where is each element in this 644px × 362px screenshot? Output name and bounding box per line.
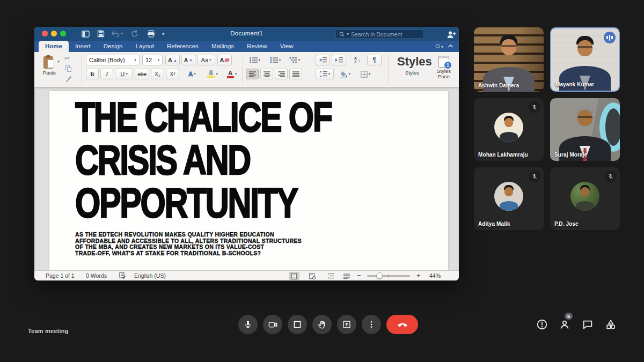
- outline-view-button[interactable]: [326, 272, 336, 280]
- align-right-button[interactable]: [275, 69, 288, 79]
- zoom-slider[interactable]: [367, 275, 410, 277]
- document-page[interactable]: THE CHALICE OF CRISIS AND OPPORTUNITY AS…: [49, 91, 448, 270]
- glasses: [577, 116, 592, 118]
- tab-review[interactable]: Review: [240, 41, 274, 52]
- align-center-button[interactable]: [260, 69, 273, 79]
- zoom-slider-thumb[interactable]: [376, 272, 383, 279]
- copy-button[interactable]: [65, 65, 71, 72]
- language-status[interactable]: English (US): [134, 272, 166, 279]
- web-layout-view-button[interactable]: [307, 272, 318, 280]
- participant-face: [501, 39, 516, 55]
- subscript-button[interactable]: X₂: [151, 69, 164, 79]
- cut-button[interactable]: ✂: [64, 55, 70, 62]
- spellcheck-status-button[interactable]: [119, 272, 126, 280]
- strikethrough-button[interactable]: abe: [135, 69, 149, 79]
- shading-button[interactable]: ▾: [336, 69, 354, 79]
- tab-view[interactable]: View: [274, 41, 300, 52]
- save-button[interactable]: [97, 29, 105, 39]
- participant-tile-mayank-kumar[interactable]: Mayank Kumar: [550, 27, 620, 92]
- print-button[interactable]: [147, 29, 155, 39]
- redo-button[interactable]: [131, 29, 138, 39]
- font-name-select[interactable]: Calibri (Body)▾: [86, 55, 140, 65]
- draft-view-button[interactable]: [341, 272, 352, 280]
- draft-view-icon: [343, 274, 350, 279]
- tab-mailings[interactable]: Mailings: [205, 41, 240, 52]
- chat-button[interactable]: [582, 319, 594, 330]
- styles-pane-icon: 1: [438, 56, 449, 68]
- search-input[interactable]: ▾ Search in Document: [335, 29, 424, 39]
- styles-button[interactable]: Styles Styles: [397, 54, 427, 85]
- save-icon: [97, 30, 105, 38]
- tab-design[interactable]: Design: [97, 41, 129, 52]
- font-size-select[interactable]: 12▾: [142, 55, 163, 65]
- avatar: [494, 113, 523, 142]
- collapse-ribbon-button[interactable]: [448, 44, 453, 48]
- present-screen-button[interactable]: [337, 315, 356, 334]
- clear-formatting-button[interactable]: A: [217, 55, 232, 65]
- line-spacing-icon: [319, 71, 327, 77]
- participant-tile-mohan-lakhamraju[interactable]: Mohan Lakhamraju: [474, 98, 544, 161]
- page-count-status[interactable]: Page 1 of 1: [46, 272, 75, 279]
- raise-hand-button[interactable]: [312, 315, 332, 334]
- underline-button[interactable]: U▾: [115, 69, 133, 79]
- line-spacing-button[interactable]: ▾: [316, 69, 334, 79]
- feedback-smiley-button[interactable]: ☺▾: [434, 42, 443, 50]
- align-left-button[interactable]: [246, 69, 259, 79]
- window-titlebar: Document1 ▾ ▾ ▾ Search in Document: [34, 27, 459, 41]
- word-count-status[interactable]: 0 Words: [86, 272, 107, 279]
- superscript-button[interactable]: X²: [166, 69, 179, 79]
- more-options-button[interactable]: [362, 315, 381, 334]
- increase-indent-button[interactable]: [332, 55, 346, 65]
- sidebar-toggle-button[interactable]: [82, 29, 90, 39]
- grow-font-button[interactable]: A▲: [165, 55, 180, 65]
- participant-tile-suraj-moraje[interactable]: Suraj Moraje: [550, 98, 620, 161]
- heading-line-3: OPPORTUNITY: [75, 181, 332, 224]
- activities-button[interactable]: [605, 319, 617, 330]
- justify-button[interactable]: [289, 69, 302, 79]
- customize-toolbar-button[interactable]: ▾: [162, 29, 165, 39]
- paste-button[interactable]: ▾ Paste: [39, 54, 60, 85]
- sort-button[interactable]: AZ ↓: [350, 55, 365, 65]
- add-person-icon: [447, 31, 456, 39]
- participant-name: Mayank Kumar: [555, 82, 594, 87]
- text-effects-button[interactable]: A▾: [182, 69, 202, 79]
- tab-layout[interactable]: Layout: [129, 41, 161, 52]
- print-layout-view-button[interactable]: [289, 272, 299, 280]
- mic-button[interactable]: [238, 315, 258, 334]
- undo-button[interactable]: ▾: [111, 29, 123, 39]
- participant-tile-aditya-malik[interactable]: Aditya Malik: [474, 167, 544, 230]
- shrink-font-button[interactable]: A▼: [181, 55, 195, 65]
- zoom-in-button[interactable]: +: [416, 271, 421, 279]
- zoom-percent[interactable]: 44%: [429, 272, 441, 279]
- participant-tile-pd-jose[interactable]: P.D. Jose: [550, 167, 620, 230]
- mic-icon: [243, 320, 253, 329]
- tab-references[interactable]: References: [160, 41, 205, 52]
- show-paragraph-marks-button[interactable]: ¶: [367, 55, 382, 65]
- meeting-details-button[interactable]: [536, 319, 548, 330]
- bullets-button[interactable]: ▾: [246, 55, 264, 65]
- bold-button[interactable]: B: [86, 69, 99, 79]
- highlight-color-button[interactable]: ▾: [203, 69, 222, 79]
- zoom-out-button[interactable]: −: [357, 271, 361, 279]
- borders-button[interactable]: ▾: [356, 69, 375, 79]
- participants-button[interactable]: [559, 319, 570, 330]
- multilevel-list-button[interactable]: ▾: [287, 55, 303, 65]
- paint-bucket-icon: [340, 71, 348, 78]
- numbering-button[interactable]: ▾: [266, 55, 284, 65]
- text-effects-icon: A: [188, 71, 193, 77]
- camera-button[interactable]: [263, 315, 282, 334]
- participant-tile-ashwin-damera[interactable]: Ashwin Damera: [474, 27, 544, 92]
- share-document-button[interactable]: [447, 29, 456, 39]
- copy-icon: [65, 65, 71, 72]
- styles-pane-button[interactable]: 1 StylesPane: [430, 54, 457, 85]
- tab-home[interactable]: Home: [39, 41, 69, 52]
- layout-button[interactable]: [288, 315, 307, 334]
- decrease-indent-button[interactable]: [316, 55, 330, 65]
- italic-button[interactable]: I: [100, 69, 113, 79]
- hang-up-button[interactable]: [386, 315, 418, 334]
- tab-insert[interactable]: Insert: [69, 41, 97, 52]
- format-painter-button[interactable]: [65, 75, 72, 84]
- font-color-button[interactable]: A ▾: [223, 69, 240, 79]
- change-case-button[interactable]: Aa▾: [197, 55, 215, 65]
- document-body-text: AS THE EDTECH REVOLUTION MAKES QUALITY H…: [75, 232, 302, 256]
